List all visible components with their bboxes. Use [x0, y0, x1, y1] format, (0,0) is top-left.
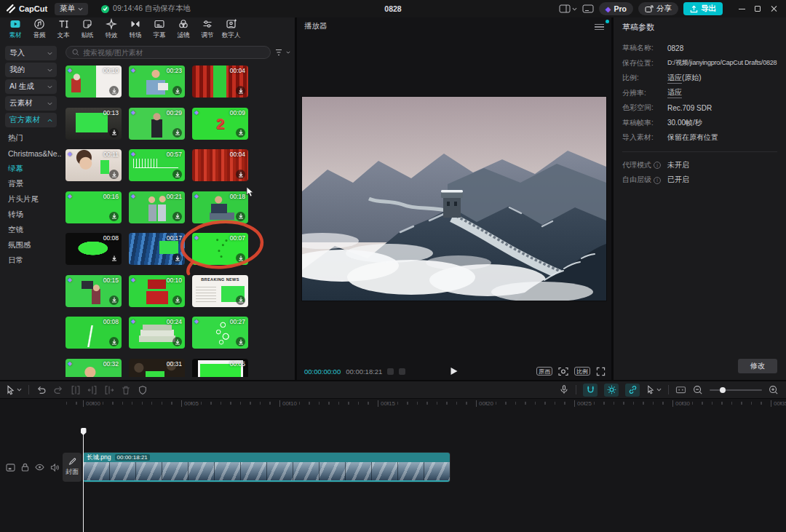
- slider-handle[interactable]: [720, 387, 726, 393]
- download-icon[interactable]: [172, 337, 182, 346]
- download-icon[interactable]: [236, 337, 245, 346]
- category-item[interactable]: 热门: [0, 130, 62, 146]
- media-thumbnail[interactable]: ◆ 00:24: [129, 317, 185, 349]
- media-thumbnail[interactable]: 00:04: [192, 149, 248, 181]
- tab-text[interactable]: 文本: [51, 18, 75, 40]
- zoom-in-icon[interactable]: [769, 385, 779, 395]
- tab-effects[interactable]: 特效: [99, 18, 123, 40]
- original-quality-button[interactable]: 原画: [536, 367, 552, 376]
- redo-icon[interactable]: [53, 385, 64, 395]
- delete-icon[interactable]: [121, 385, 131, 395]
- download-icon[interactable]: [236, 295, 245, 305]
- fullscreen-icon[interactable]: [596, 367, 606, 376]
- download-icon[interactable]: [109, 128, 119, 138]
- tab-captions[interactable]: 字幕: [147, 18, 171, 40]
- download-icon[interactable]: [172, 128, 182, 138]
- media-thumbnail[interactable]: 00:04: [192, 65, 248, 98]
- sidebar-section-button[interactable]: 云素材: [5, 96, 57, 111]
- export-button[interactable]: 导出: [683, 2, 723, 15]
- auto-snap-toggle[interactable]: [604, 384, 619, 397]
- linkage-toggle[interactable]: [625, 384, 640, 397]
- pro-button[interactable]: ◆ Pro: [599, 2, 633, 15]
- download-icon[interactable]: [172, 253, 182, 263]
- media-thumbnail[interactable]: ◆ 00:07: [192, 233, 248, 265]
- playhead[interactable]: [83, 428, 84, 532]
- category-item[interactable]: 氛围感: [0, 237, 62, 253]
- category-item[interactable]: Christmas&Ne...: [0, 146, 62, 161]
- menu-button[interactable]: 菜单: [55, 3, 88, 15]
- category-item[interactable]: 日常: [0, 253, 62, 268]
- download-icon[interactable]: [109, 212, 119, 221]
- hide-eye-icon[interactable]: [35, 464, 44, 471]
- sidebar-section-button[interactable]: AI 生成: [5, 79, 57, 94]
- download-icon[interactable]: [172, 86, 182, 95]
- download-icon[interactable]: [109, 170, 119, 179]
- tab-sticker[interactable]: 贴纸: [75, 18, 99, 40]
- mute-speaker-icon[interactable]: [50, 464, 59, 472]
- sidebar-section-button[interactable]: 我的: [5, 63, 57, 77]
- tab-adjust[interactable]: 调节: [195, 18, 219, 40]
- media-thumbnail[interactable]: ◆ 00:23: [129, 65, 185, 98]
- search-input[interactable]: [66, 46, 271, 59]
- split-left-icon[interactable]: [87, 385, 98, 395]
- magnet-toggle[interactable]: [583, 384, 598, 397]
- split-right-icon[interactable]: [104, 385, 114, 395]
- split-icon[interactable]: [71, 385, 81, 395]
- media-thumbnail[interactable]: 2 ◆ 00:09: [192, 108, 248, 140]
- media-thumbnail[interactable]: 00:31: [129, 359, 185, 378]
- freeze-icon[interactable]: [138, 385, 148, 395]
- media-thumbnail[interactable]: ◆ 00:27: [192, 317, 248, 349]
- tab-audio[interactable]: 音频: [27, 18, 51, 40]
- layout-icon[interactable]: [559, 4, 577, 13]
- minimize-button[interactable]: [734, 0, 750, 17]
- tab-media[interactable]: 素材: [3, 18, 27, 40]
- media-thumbnail[interactable]: ◆ 00:10: [129, 275, 185, 307]
- category-item[interactable]: 转场: [0, 207, 62, 222]
- frame-forward-icon[interactable]: [399, 368, 405, 375]
- media-thumbnail[interactable]: ◆ 00:15: [66, 275, 122, 307]
- tab-transition[interactable]: 转场: [123, 18, 147, 40]
- video-preview[interactable]: [302, 97, 606, 301]
- category-item[interactable]: 空镜: [0, 222, 62, 237]
- zoom-out-icon[interactable]: [693, 385, 703, 395]
- download-icon[interactable]: [236, 253, 245, 263]
- media-thumbnail[interactable]: ◆ 00:18: [192, 191, 248, 223]
- focus-icon[interactable]: [558, 367, 568, 376]
- sidebar-section-button[interactable]: 官方素材: [5, 113, 57, 127]
- download-icon[interactable]: [172, 212, 182, 221]
- record-audio-icon[interactable]: [559, 384, 569, 395]
- timeline-ruler[interactable]: 00:0000:0500:1000:1500:2000:2500:3000:35: [0, 399, 786, 409]
- sidebar-section-button[interactable]: 导入: [5, 46, 57, 60]
- tab-avatar[interactable]: 数字人: [219, 18, 243, 40]
- download-icon[interactable]: [109, 86, 119, 95]
- media-thumbnail[interactable]: ◆ 00:32: [66, 359, 122, 378]
- modify-button[interactable]: 修改: [738, 359, 777, 373]
- download-icon[interactable]: [109, 295, 119, 305]
- download-icon[interactable]: [236, 170, 245, 179]
- media-thumbnail[interactable]: ◆ 00:57: [129, 149, 185, 181]
- maximize-button[interactable]: [750, 0, 766, 17]
- media-thumbnail[interactable]: ◆ 00:29: [129, 108, 185, 140]
- preview-axis-button[interactable]: [646, 385, 662, 394]
- frame-back-icon[interactable]: [387, 368, 394, 375]
- category-item[interactable]: 片头片尾: [0, 191, 62, 207]
- media-thumbnail[interactable]: 00:08: [66, 317, 122, 349]
- cover-icon[interactable]: [6, 464, 15, 472]
- edit-cover-button[interactable]: 封面: [63, 453, 82, 482]
- timecode-icon[interactable]: [675, 385, 686, 394]
- download-icon[interactable]: [172, 295, 182, 305]
- undo-icon[interactable]: [36, 385, 47, 395]
- media-thumbnail[interactable]: ◆ 00:10: [66, 65, 122, 98]
- close-button[interactable]: [766, 0, 782, 17]
- category-item[interactable]: 绿幕: [0, 161, 62, 176]
- filter-button[interactable]: [275, 49, 290, 57]
- share-button[interactable]: 分享: [638, 2, 678, 15]
- category-item[interactable]: 背景: [0, 176, 62, 191]
- tab-filter[interactable]: 滤镜: [171, 18, 195, 40]
- download-icon[interactable]: [236, 128, 245, 138]
- media-thumbnail[interactable]: 00:05: [192, 359, 248, 378]
- download-icon[interactable]: [236, 86, 245, 95]
- zoom-slider[interactable]: [710, 385, 762, 395]
- player-menu-icon[interactable]: [595, 24, 604, 31]
- media-thumbnail[interactable]: ◆ 00:11: [66, 149, 122, 181]
